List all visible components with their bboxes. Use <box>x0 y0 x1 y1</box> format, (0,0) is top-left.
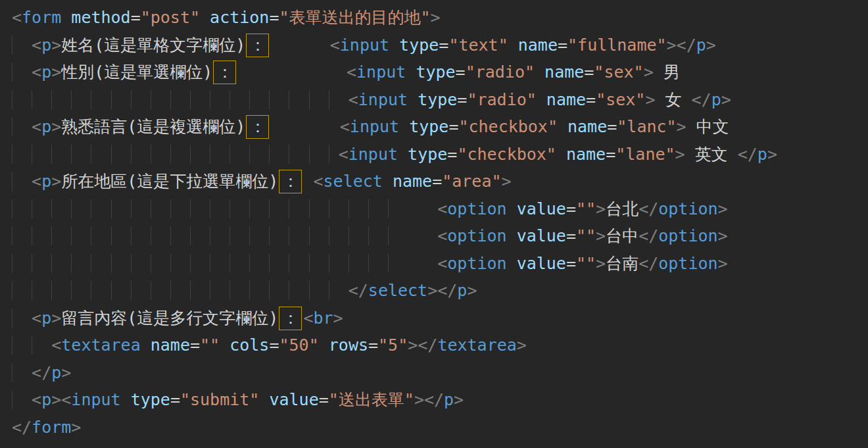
unicode-highlight-box: ： <box>213 61 236 84</box>
indent-guides <box>12 90 349 109</box>
code-token: "sex" <box>596 90 645 109</box>
code-token: > <box>51 117 61 136</box>
code-token: > <box>644 62 654 82</box>
code-line[interactable]: <p>所在地區(這是下拉選單欄位)： <select name="area"> <box>12 168 868 195</box>
code-line[interactable]: <option value="">台中</option> <box>12 222 868 250</box>
code-token: >< <box>51 390 71 409</box>
code-token: = <box>432 172 442 191</box>
code-token: </ <box>639 226 658 245</box>
code-token: type <box>416 62 455 82</box>
code-token <box>406 62 416 82</box>
code-token: = <box>319 390 329 409</box>
code-token: = <box>447 145 457 164</box>
code-line[interactable]: </select></p> <box>12 277 868 305</box>
code-token <box>220 336 229 355</box>
code-token: p <box>41 172 51 191</box>
code-line[interactable]: <form method="post" action="表單送出的目的地"> <box>12 4 868 32</box>
code-token: = <box>131 8 141 27</box>
code-token: </ <box>692 90 711 109</box>
code-line[interactable]: <p>留言內容(這是多行文字欄位)：<br> <box>12 305 868 332</box>
code-token: = <box>269 336 279 355</box>
code-token: = <box>170 390 180 409</box>
code-line[interactable]: <p>熟悉語言(這是複選欄位)： <input type="checkbox" … <box>12 113 868 141</box>
code-token: < <box>32 309 41 328</box>
code-token: p <box>711 90 721 109</box>
code-line[interactable]: <p><input type="submit" value="送出表單"></p… <box>12 386 868 414</box>
code-token: ></ <box>414 390 444 409</box>
code-token: p <box>758 145 767 164</box>
code-token: > <box>502 172 512 191</box>
code-editor[interactable]: <form method="post" action="表單送出的目的地"> <… <box>0 0 868 448</box>
code-token: p <box>457 281 467 300</box>
code-line[interactable]: <input type="checkbox" name="lane"> 英文 <… <box>12 141 868 168</box>
code-token: "" <box>576 254 596 273</box>
code-token: < <box>32 117 41 136</box>
code-line[interactable]: <option value="">台南</option> <box>12 250 868 278</box>
code-line[interactable]: <textarea name="" cols="50" rows="5"></t… <box>12 332 868 359</box>
code-token <box>303 172 313 191</box>
indent-guides <box>12 36 32 55</box>
code-token: > <box>51 172 61 191</box>
code-line[interactable]: <option value="">台北</option> <box>12 195 868 223</box>
code-token: "post" <box>141 8 200 27</box>
code-token: = <box>584 62 594 82</box>
code-token: input <box>340 36 389 55</box>
code-token: </ <box>639 254 658 273</box>
code-token <box>507 226 517 245</box>
code-token <box>507 254 517 273</box>
code-token: = <box>456 62 466 82</box>
code-line[interactable]: <input type="radio" name="sex"> 女 </p> <box>12 86 868 114</box>
code-line[interactable]: </p> <box>12 359 868 387</box>
code-token: value <box>517 226 566 245</box>
code-token <box>61 8 71 27</box>
code-token <box>558 117 567 136</box>
code-token: = <box>190 336 200 355</box>
indent-guides <box>12 199 437 218</box>
code-token: 女 <box>655 90 691 109</box>
code-token: option <box>658 199 717 218</box>
code-token: > <box>51 36 61 55</box>
code-token: > <box>71 418 81 437</box>
code-token: 台南 <box>606 254 639 273</box>
indent-guides <box>12 390 32 409</box>
code-line[interactable]: <p>性別(這是單選欄位)： <input type="radio" name=… <box>12 59 868 86</box>
code-token: p <box>51 363 61 382</box>
code-token: > <box>767 145 777 164</box>
code-token: method <box>71 8 130 27</box>
code-token: > <box>596 226 606 245</box>
code-token: = <box>606 145 615 164</box>
code-token: p <box>444 390 454 409</box>
code-token: "radio" <box>467 90 536 109</box>
code-token: > <box>677 117 687 136</box>
code-token: "" <box>200 336 220 355</box>
code-token <box>237 62 347 82</box>
code-token: "lane" <box>615 145 675 164</box>
code-token: < <box>12 8 22 27</box>
code-token: "checkbox" <box>458 117 558 136</box>
code-token: = <box>566 226 576 245</box>
code-token: = <box>558 36 567 55</box>
code-line[interactable]: </form> <box>12 414 868 441</box>
code-token: > <box>431 8 441 27</box>
code-token: < <box>437 199 447 218</box>
code-token: > <box>718 254 728 273</box>
code-token: "" <box>576 226 596 245</box>
code-token: < <box>330 36 340 55</box>
code-token <box>383 172 393 191</box>
code-token: "sex" <box>594 62 643 82</box>
code-token: input <box>350 117 399 136</box>
code-token: 英文 <box>685 145 738 164</box>
indent-guides <box>12 336 51 355</box>
code-token: > <box>51 62 61 82</box>
code-token: </ <box>639 199 658 218</box>
code-token: p <box>41 62 51 82</box>
code-token: name <box>567 117 607 136</box>
code-token <box>408 90 418 109</box>
code-token: = <box>269 8 279 27</box>
code-token: ></ <box>408 336 437 355</box>
code-line[interactable]: <p>姓名(這是單格文字欄位)： <input type="text" name… <box>12 32 868 59</box>
code-token: > <box>645 90 655 109</box>
code-token: < <box>339 145 349 164</box>
code-token: name <box>393 172 432 191</box>
code-token: < <box>32 36 41 55</box>
